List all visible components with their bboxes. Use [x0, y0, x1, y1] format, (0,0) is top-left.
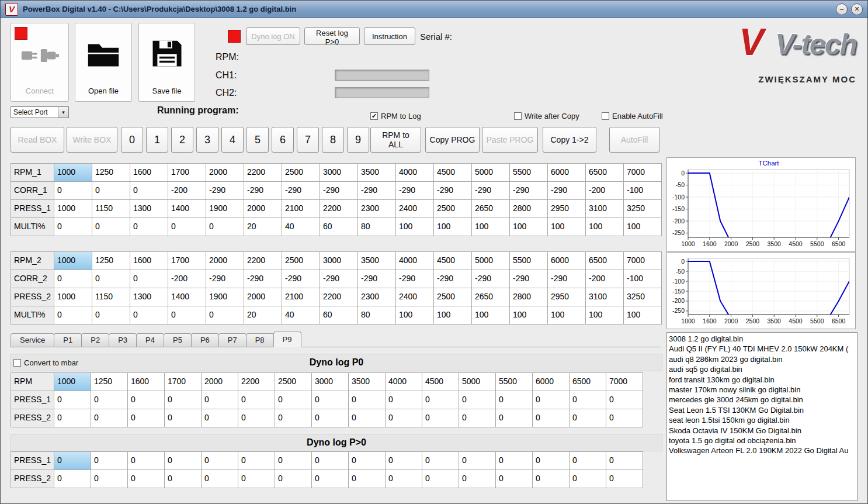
table-cell[interactable]: 1400	[168, 200, 206, 218]
table-cell[interactable]: 80	[358, 218, 396, 236]
num-button-8[interactable]: 8	[322, 127, 344, 153]
table-cell[interactable]: 0	[496, 452, 533, 470]
table-cell[interactable]: 3500	[349, 373, 386, 391]
table-cell[interactable]: 0	[206, 218, 244, 236]
table-cell[interactable]: 0	[275, 452, 312, 470]
tab-p8[interactable]: P8	[246, 333, 274, 347]
table-cell[interactable]: 2500	[275, 373, 312, 391]
table-cell[interactable]: 1900	[206, 200, 244, 218]
table-cell[interactable]: -100	[624, 270, 662, 288]
table-cell[interactable]: 5000	[459, 373, 496, 391]
num-button-9[interactable]: 9	[347, 127, 369, 153]
table-cell[interactable]: 0	[91, 470, 128, 488]
table-cell[interactable]: 5500	[510, 164, 548, 182]
table-cell[interactable]: 0	[606, 391, 643, 409]
table-cell[interactable]: 0	[202, 409, 238, 427]
table-cell[interactable]: 0	[54, 470, 91, 488]
table-cell[interactable]: 0	[386, 470, 422, 488]
table-cell[interactable]: 100	[434, 306, 472, 325]
table-cell[interactable]: 0	[570, 470, 606, 488]
table-cell[interactable]: 2200	[320, 288, 358, 306]
file-list-item[interactable]: Skoda Octavia IV 150KM Go Digital.bin	[669, 426, 857, 436]
table-cell[interactable]: 1000	[54, 252, 92, 270]
table-cell[interactable]: 100	[586, 218, 624, 236]
table-cell[interactable]: 100	[434, 218, 472, 236]
table-cell[interactable]: -290	[548, 270, 586, 288]
table-cell[interactable]: 0	[165, 452, 202, 470]
table-cell[interactable]: 0	[275, 409, 312, 427]
table-cell[interactable]: 0	[202, 452, 238, 470]
copy-prog-button[interactable]: Copy PROG	[425, 127, 480, 153]
table-cell[interactable]: -290	[206, 270, 244, 288]
num-button-1[interactable]: 1	[146, 127, 168, 153]
file-list-item[interactable]: audi q8 286km 2023 go digital.bin	[669, 354, 857, 364]
minimize-button[interactable]: –	[836, 4, 848, 15]
table-cell[interactable]: 0	[459, 470, 496, 488]
table-cell[interactable]: 0	[275, 391, 312, 409]
select-port-dropdown[interactable]: Select Port ▼	[11, 106, 69, 118]
table-cell[interactable]: 3250	[624, 288, 662, 306]
table-cell[interactable]: 0	[168, 306, 206, 325]
table-cell[interactable]: 2200	[244, 164, 282, 182]
table-cell[interactable]: 0	[349, 409, 386, 427]
table-cell[interactable]: 0	[275, 470, 312, 488]
num-button-5[interactable]: 5	[246, 127, 269, 153]
tab-p6[interactable]: P6	[191, 333, 219, 347]
table-cell[interactable]: -200	[168, 182, 206, 200]
table-cell[interactable]: 5000	[472, 164, 510, 182]
table-cell[interactable]: 0	[238, 391, 275, 409]
table-cell[interactable]: 100	[510, 306, 548, 325]
table-cell[interactable]: 0	[422, 391, 459, 409]
table-cell[interactable]: 3000	[320, 164, 358, 182]
num-button-7[interactable]: 7	[297, 127, 319, 153]
num-button-2[interactable]: 2	[171, 127, 193, 153]
table-cell[interactable]: 2300	[358, 200, 396, 218]
table-cell[interactable]: 0	[312, 470, 349, 488]
table-cell[interactable]: 0	[533, 391, 570, 409]
table-cell[interactable]: 1250	[92, 252, 130, 270]
table-cell[interactable]: 6000	[548, 164, 586, 182]
tab-p1[interactable]: P1	[54, 333, 82, 347]
table-cell[interactable]: 0	[54, 218, 92, 236]
table-cell[interactable]: 100	[586, 306, 624, 325]
table-cell[interactable]: -290	[434, 182, 472, 200]
table-cell[interactable]: 100	[548, 218, 586, 236]
table-cell[interactable]: -290	[206, 182, 244, 200]
table-cell[interactable]: 0	[165, 391, 202, 409]
tab-p5[interactable]: P5	[164, 333, 192, 347]
paste-prog-button[interactable]: Paste PROG	[482, 127, 538, 153]
table-cell[interactable]: 0	[128, 470, 165, 488]
table-cell[interactable]: 0	[54, 409, 91, 427]
table-cell[interactable]: 2650	[472, 288, 510, 306]
table-cell[interactable]: 2950	[548, 288, 586, 306]
table-cell[interactable]: 0	[533, 470, 570, 488]
table-cell[interactable]: 1000	[54, 164, 92, 182]
table-cell[interactable]: 0	[92, 270, 130, 288]
table-cell[interactable]: 1250	[92, 164, 130, 182]
table-cell[interactable]: 0	[459, 452, 496, 470]
tab-p4[interactable]: P4	[136, 333, 164, 347]
table-cell[interactable]: 0	[165, 409, 202, 427]
chevron-down-icon[interactable]: ▼	[58, 107, 68, 118]
table-cell[interactable]: 1600	[130, 164, 168, 182]
table-cell[interactable]: 0	[92, 182, 130, 200]
table-cell[interactable]: 0	[92, 306, 130, 325]
open-file-button[interactable]: Open file	[75, 23, 132, 102]
table-cell[interactable]: 0	[130, 270, 168, 288]
table-cell[interactable]: 2000	[202, 373, 238, 391]
num-button-3[interactable]: 3	[196, 127, 218, 153]
table-cell[interactable]: 0	[54, 391, 91, 409]
table-cell[interactable]: 2100	[282, 288, 320, 306]
table-cell[interactable]: 0	[128, 391, 165, 409]
table-cell[interactable]: 100	[472, 306, 510, 325]
table-cell[interactable]: 2200	[244, 252, 282, 270]
table-cell[interactable]: 0	[54, 452, 91, 470]
copy-1-to-2-button[interactable]: Copy 1->2	[543, 127, 596, 153]
table-cell[interactable]: 0	[312, 391, 349, 409]
table-cell[interactable]: 0	[206, 306, 244, 325]
table-cell[interactable]: 2500	[282, 252, 320, 270]
table-cell[interactable]: 4000	[396, 252, 434, 270]
table-cell[interactable]: 0	[202, 391, 238, 409]
table-cell[interactable]: -200	[586, 270, 624, 288]
table-cell[interactable]: 20	[244, 306, 282, 325]
